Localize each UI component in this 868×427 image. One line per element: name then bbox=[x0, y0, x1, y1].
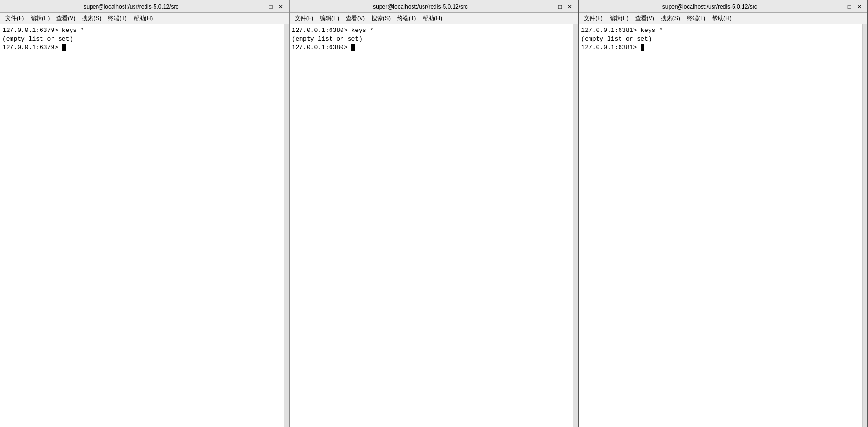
menu-view-2[interactable]: 查看(V) bbox=[343, 13, 368, 23]
scrollbar-3[interactable] bbox=[862, 24, 867, 427]
menu-bar-1: 文件(F) 编辑(E) 查看(V) 搜索(S) 终端(T) 帮助(H) bbox=[0, 13, 289, 24]
menu-edit-2[interactable]: 编辑(E) bbox=[317, 13, 342, 23]
menu-file-2[interactable]: 文件(F) bbox=[292, 13, 316, 23]
cursor-2 bbox=[351, 44, 355, 51]
cursor-3 bbox=[641, 44, 644, 51]
menu-edit-1[interactable]: 编辑(E) bbox=[28, 13, 52, 23]
window-controls-2[interactable]: ─ □ ✕ bbox=[548, 4, 574, 10]
menu-terminal-2[interactable]: 终端(T) bbox=[394, 13, 419, 23]
window-controls-1[interactable]: ─ □ ✕ bbox=[258, 4, 285, 10]
terminal-body-3[interactable]: 127.0.0.1:6381> keys * (empty list or se… bbox=[579, 24, 867, 427]
menu-terminal-1[interactable]: 终端(T) bbox=[105, 13, 129, 23]
title-bar-3: super@localhost:/usr/redis-5.0.12/src ─ … bbox=[579, 0, 867, 13]
title-bar-2: super@localhost:/usr/redis-5.0.12/src ─ … bbox=[290, 0, 578, 13]
terminal-body-2[interactable]: 127.0.0.1:6380> keys * (empty list or se… bbox=[290, 24, 578, 427]
scrollbar-1[interactable] bbox=[284, 24, 289, 427]
window-controls-3[interactable]: ─ □ ✕ bbox=[837, 4, 863, 10]
terminal-output-1[interactable]: 127.0.0.1:6379> keys * (empty list or se… bbox=[0, 24, 284, 427]
menu-search-2[interactable]: 搜索(S) bbox=[369, 13, 393, 23]
terminal-window-3[interactable]: super@localhost:/usr/redis-5.0.12/src ─ … bbox=[579, 0, 868, 427]
menu-view-3[interactable]: 查看(V) bbox=[632, 13, 657, 23]
minimize-button-2[interactable]: ─ bbox=[548, 4, 555, 10]
menu-search-3[interactable]: 搜索(S) bbox=[658, 13, 683, 23]
window-title-3: super@localhost:/usr/redis-5.0.12/src bbox=[583, 3, 837, 10]
terminal-output-3[interactable]: 127.0.0.1:6381> keys * (empty list or se… bbox=[579, 24, 862, 427]
menu-edit-3[interactable]: 编辑(E) bbox=[607, 13, 631, 23]
window-title-2: super@localhost:/usr/redis-5.0.12/src bbox=[294, 3, 548, 10]
cursor-1 bbox=[62, 44, 66, 51]
menu-bar-3: 文件(F) 编辑(E) 查看(V) 搜索(S) 终端(T) 帮助(H) bbox=[579, 13, 867, 24]
minimize-button-3[interactable]: ─ bbox=[837, 4, 844, 10]
menu-view-1[interactable]: 查看(V) bbox=[53, 13, 78, 23]
terminal-window-1[interactable]: super@localhost:/usr/redis-5.0.12/src ─ … bbox=[0, 0, 289, 427]
close-button-2[interactable]: ✕ bbox=[566, 4, 574, 10]
terminal-body-1[interactable]: 127.0.0.1:6379> keys * (empty list or se… bbox=[0, 24, 289, 427]
window-title-1: super@localhost:/usr/redis-5.0.12/src bbox=[4, 3, 258, 10]
terminal-window-2[interactable]: super@localhost:/usr/redis-5.0.12/src ─ … bbox=[289, 0, 579, 427]
menu-bar-2: 文件(F) 编辑(E) 查看(V) 搜索(S) 终端(T) 帮助(H) bbox=[290, 13, 578, 24]
menu-help-2[interactable]: 帮助(H) bbox=[420, 13, 445, 23]
menu-file-1[interactable]: 文件(F) bbox=[2, 13, 27, 23]
title-bar-1: super@localhost:/usr/redis-5.0.12/src ─ … bbox=[0, 0, 289, 13]
maximize-button-3[interactable]: □ bbox=[847, 4, 853, 10]
maximize-button-2[interactable]: □ bbox=[557, 4, 563, 10]
close-button-1[interactable]: ✕ bbox=[277, 4, 285, 10]
minimize-button-1[interactable]: ─ bbox=[258, 4, 265, 10]
scrollbar-2[interactable] bbox=[573, 24, 578, 427]
maximize-button-1[interactable]: □ bbox=[268, 4, 274, 10]
menu-help-3[interactable]: 帮助(H) bbox=[709, 13, 734, 23]
close-button-3[interactable]: ✕ bbox=[856, 4, 863, 10]
menu-search-1[interactable]: 搜索(S) bbox=[79, 13, 104, 23]
terminal-output-2[interactable]: 127.0.0.1:6380> keys * (empty list or se… bbox=[290, 24, 573, 427]
menu-file-3[interactable]: 文件(F) bbox=[581, 13, 605, 23]
menu-help-1[interactable]: 帮助(H) bbox=[131, 13, 156, 23]
menu-terminal-3[interactable]: 终端(T) bbox=[684, 13, 708, 23]
